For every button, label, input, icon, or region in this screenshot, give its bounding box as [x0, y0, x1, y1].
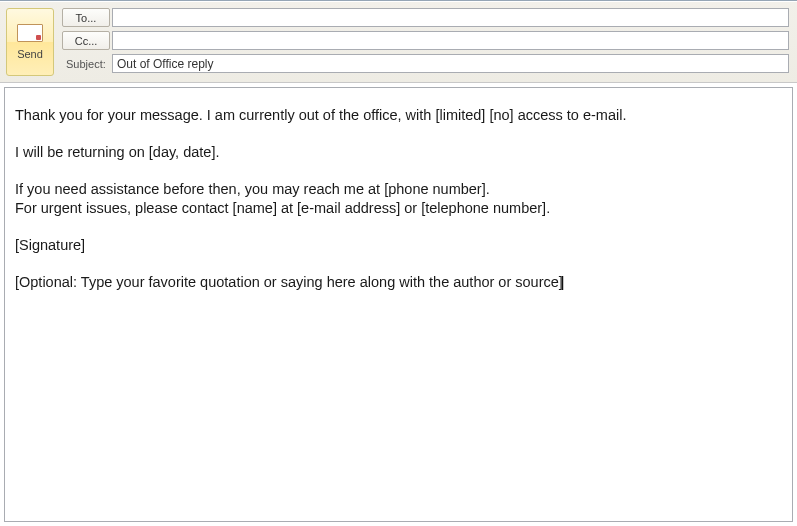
message-header: Send To... Cc... Subject: — [0, 2, 797, 83]
body-line: If you need assistance before then, you … — [15, 180, 782, 199]
header-fields: To... Cc... Subject: — [62, 8, 793, 73]
envelope-icon — [17, 24, 43, 42]
cc-row: Cc... — [62, 31, 793, 50]
subject-label: Subject: — [62, 54, 110, 73]
send-button-label: Send — [17, 48, 43, 60]
body-area: Thank you for your message. I am current… — [0, 83, 797, 526]
to-input[interactable] — [112, 8, 789, 27]
cc-input[interactable] — [112, 31, 789, 50]
body-line: Thank you for your message. I am current… — [15, 106, 782, 125]
cc-button[interactable]: Cc... — [62, 31, 110, 50]
body-line — [15, 162, 782, 181]
to-button[interactable]: To... — [62, 8, 110, 27]
body-line: [Optional: Type your favorite quotation … — [15, 273, 782, 292]
body-line: For urgent issues, please contact [name]… — [15, 199, 782, 218]
send-button[interactable]: Send — [6, 8, 54, 76]
to-row: To... — [62, 8, 793, 27]
message-body-editor[interactable]: Thank you for your message. I am current… — [4, 87, 793, 522]
subject-input[interactable] — [112, 54, 789, 73]
body-line — [15, 254, 782, 273]
subject-row: Subject: — [62, 54, 793, 73]
body-line: I will be returning on [day, date]. — [15, 143, 782, 162]
body-line: [Signature] — [15, 236, 782, 255]
body-line — [15, 125, 782, 144]
body-line — [15, 217, 782, 236]
